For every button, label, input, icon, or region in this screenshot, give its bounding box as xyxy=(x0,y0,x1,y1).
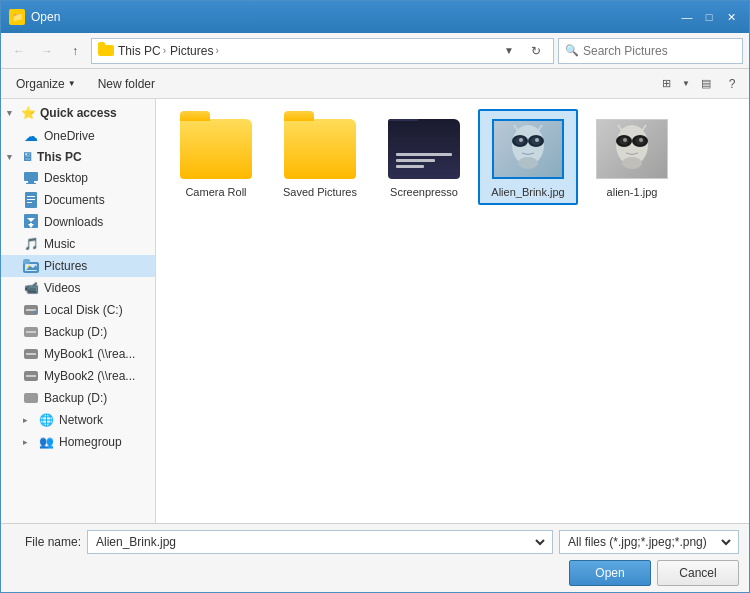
svg-point-33 xyxy=(519,138,523,142)
sidebar-item-documents[interactable]: Documents xyxy=(1,189,155,211)
back-button[interactable]: ← xyxy=(7,39,31,63)
view-buttons: ⊞ ▼ ▤ xyxy=(655,73,717,95)
folder-icon-camera-roll xyxy=(180,119,252,179)
sidebar-item-videos[interactable]: 📹 Videos xyxy=(1,277,155,299)
file-item-screenpresso[interactable]: Screenpresso xyxy=(374,109,474,205)
sidebar-item-pictures[interactable]: Pictures xyxy=(1,255,155,277)
organize-dropdown-icon: ▼ xyxy=(68,79,76,88)
svg-rect-26 xyxy=(26,375,36,377)
folder-icon-address xyxy=(98,42,114,59)
file-type-select[interactable]: All files (*.jpg;*.jpeg;*.png) xyxy=(564,534,734,550)
thispc-expand-icon: ▾ xyxy=(7,152,17,162)
file-name-row: File name: Alien_Brink.jpg All files (*.… xyxy=(11,530,739,554)
search-input[interactable] xyxy=(583,44,736,58)
close-button[interactable]: ✕ xyxy=(721,7,741,27)
sidebar-item-mybook1[interactable]: MyBook1 (\\rea... xyxy=(1,343,155,365)
sidebar-item-downloads[interactable]: Downloads xyxy=(1,211,155,233)
main-content: ▾ ⭐ Quick access ☁ OneDrive ▾ 🖥 This PC xyxy=(1,99,749,523)
star-icon: ⭐ xyxy=(21,106,36,120)
svg-rect-8 xyxy=(27,202,32,203)
file-item-saved-pictures[interactable]: Saved Pictures xyxy=(270,109,370,205)
sidebar-item-onedrive[interactable]: ☁ OneDrive xyxy=(1,125,155,147)
alien-1-svg xyxy=(606,123,658,175)
organize-button[interactable]: Organize ▼ xyxy=(7,73,85,95)
sidebar-item-mybook2[interactable]: MyBook2 (\\rea... xyxy=(1,365,155,387)
network-icon: 🌐 xyxy=(38,412,54,428)
up-button[interactable]: ↑ xyxy=(63,39,87,63)
backup-icon xyxy=(23,324,39,340)
svg-point-47 xyxy=(622,157,642,169)
expand-icon: ▾ xyxy=(7,108,17,118)
onedrive-icon: ☁ xyxy=(23,128,39,144)
dropdown-button[interactable]: ▼ xyxy=(497,39,521,63)
svg-point-43 xyxy=(623,138,627,142)
path-segment-thispc: This PC › xyxy=(118,44,166,58)
svg-rect-22 xyxy=(26,331,36,333)
file-item-alien-brink[interactable]: Alien_Brink.jpg xyxy=(478,109,578,205)
svg-rect-6 xyxy=(27,196,35,197)
thumbnail-alien-brink xyxy=(492,119,564,179)
homegroup-icon: 👥 xyxy=(38,434,54,450)
sidebar-item-localdisk[interactable]: Local Disk (C:) xyxy=(1,299,155,321)
file-item-alien-1[interactable]: alien-1.jpg xyxy=(582,109,682,205)
alien-brink-svg xyxy=(502,123,554,175)
sidebar-item-backup-d[interactable]: Backup (D:) xyxy=(1,321,155,343)
new-folder-button[interactable]: New folder xyxy=(89,73,164,95)
sidebar-item-desktop[interactable]: Desktop xyxy=(1,167,155,189)
title-bar-controls: — □ ✕ xyxy=(677,7,741,27)
dialog-icon: 📁 xyxy=(9,9,25,25)
sidebar-item-homegroup[interactable]: ▸ 👥 Homegroup xyxy=(1,431,155,453)
forward-button[interactable]: → xyxy=(35,39,59,63)
sidebar-header-quickaccess[interactable]: ▾ ⭐ Quick access xyxy=(1,103,155,123)
sidebar-header-thispc[interactable]: ▾ 🖥 This PC xyxy=(1,147,155,167)
file-name-select[interactable]: Alien_Brink.jpg xyxy=(92,531,548,553)
svg-point-44 xyxy=(639,138,643,142)
file-name-label: File name: xyxy=(11,535,81,549)
svg-rect-4 xyxy=(26,183,36,184)
svg-line-36 xyxy=(538,125,542,131)
mybook1-icon xyxy=(23,346,39,362)
desktop-icon xyxy=(23,170,39,186)
documents-icon xyxy=(23,192,39,208)
sidebar-item-music[interactable]: 🎵 Music xyxy=(1,233,155,255)
search-icon: 🔍 xyxy=(565,44,579,57)
file-item-camera-roll[interactable]: Camera Roll xyxy=(166,109,266,205)
view-dropdown-button[interactable]: ▼ xyxy=(678,73,694,95)
downloads-icon xyxy=(23,214,39,230)
toolbar2: Organize ▼ New folder ⊞ ▼ ▤ ? xyxy=(1,69,749,99)
maximize-button[interactable]: □ xyxy=(699,7,719,27)
refresh-button[interactable]: ↻ xyxy=(525,40,547,62)
cancel-button[interactable]: Cancel xyxy=(657,560,739,586)
sidebar-item-network[interactable]: ▸ 🌐 Network xyxy=(1,409,155,431)
help-button[interactable]: ? xyxy=(721,73,743,95)
svg-rect-7 xyxy=(27,199,35,200)
svg-point-20 xyxy=(34,311,37,314)
svg-rect-1 xyxy=(98,42,105,47)
pc-icon: 🖥 xyxy=(21,150,33,164)
svg-line-45 xyxy=(618,125,622,131)
file-name-field[interactable]: Alien_Brink.jpg xyxy=(87,530,553,554)
minimize-button[interactable]: — xyxy=(677,7,697,27)
svg-rect-14 xyxy=(23,259,30,264)
svg-rect-3 xyxy=(28,181,34,183)
mybook2-icon xyxy=(23,368,39,384)
details-pane-button[interactable]: ▤ xyxy=(695,73,717,95)
view-large-icon-button[interactable]: ⊞ xyxy=(655,73,677,95)
dialog-title: Open xyxy=(31,10,60,24)
address-bar[interactable]: This PC › Pictures › ▼ ↻ xyxy=(91,38,554,64)
svg-rect-2 xyxy=(24,172,38,181)
search-box[interactable]: 🔍 xyxy=(558,38,743,64)
svg-point-34 xyxy=(535,138,539,142)
address-toolbar: ← → ↑ This PC › Pictures › ▼ ↻ 🔍 xyxy=(1,33,749,69)
homegroup-expand-icon: ▸ xyxy=(23,437,33,447)
folder-icon-screenpresso xyxy=(388,119,460,179)
svg-line-46 xyxy=(642,125,646,131)
svg-rect-27 xyxy=(24,393,38,403)
open-dialog: 📁 Open — □ ✕ ← → ↑ This PC › Pic xyxy=(0,0,750,593)
pictures-folder-icon xyxy=(23,258,39,274)
file-type-field[interactable]: All files (*.jpg;*.jpeg;*.png) xyxy=(559,530,739,554)
network-expand-icon: ▸ xyxy=(23,415,33,425)
open-button[interactable]: Open xyxy=(569,560,651,586)
title-bar: 📁 Open — □ ✕ xyxy=(1,1,749,33)
sidebar-item-backup-d2[interactable]: Backup (D:) xyxy=(1,387,155,409)
